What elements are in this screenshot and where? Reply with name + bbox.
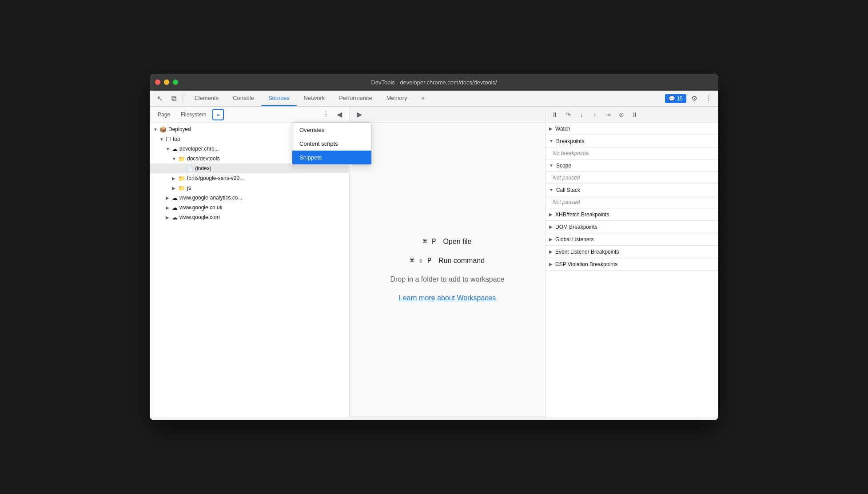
tab-performance[interactable]: Performance — [332, 91, 379, 106]
devtools-container: ↖ ⧉ Elements Console Sources Network Per… — [150, 91, 718, 420]
section-call-stack-header[interactable]: ▼ Call Stack — [545, 184, 718, 196]
folder-icon: 📁 — [178, 155, 185, 162]
frame-icon: ☐ — [166, 136, 171, 143]
step-over-button[interactable]: ↷ — [562, 109, 574, 120]
continue-button[interactable]: ⇥ — [602, 109, 614, 120]
section-watch-label: Watch — [555, 126, 570, 132]
section-arrow: ▶ — [549, 224, 553, 229]
run-command-label: Run command — [438, 257, 485, 265]
section-xhr-fetch-label: XHR/fetch Breakpoints — [555, 211, 609, 218]
tab-sources[interactable]: Sources — [261, 91, 297, 106]
open-file-label: Open file — [443, 238, 471, 246]
maximize-button[interactable] — [173, 80, 178, 85]
right-toolbar: ⏸ ↷ ↓ ↑ ⇥ ⊘ ⏸ — [545, 107, 718, 123]
folder-icon: 📁 — [178, 175, 185, 182]
window-title: DevTools - developer.chrome.com/docs/dev… — [371, 79, 497, 86]
section-breakpoints-content: No breakpoints — [545, 147, 718, 159]
section-breakpoints-label: Breakpoints — [556, 138, 584, 144]
sources-sub-toolbar: Page Filesystem » ⋮ ◀ Overrides Content … — [150, 107, 349, 123]
tree-item-fonts[interactable]: ▶ 📁 fonts/google-sans-v20... — [150, 173, 349, 183]
titlebar: DevTools - developer.chrome.com/docs/dev… — [150, 74, 718, 91]
tree-label: docs/devtools — [187, 155, 219, 162]
section-event-listener-label: Event Listener Breakpoints — [555, 249, 619, 255]
section-breakpoints-header[interactable]: ▼ Breakpoints — [545, 135, 718, 147]
issues-icon: 💬 — [669, 96, 675, 102]
more-options-button[interactable]: ⋮ — [320, 108, 332, 121]
sources-tab-filesystem[interactable]: Filesystem — [176, 110, 211, 120]
tree-arrow: ▶ — [166, 205, 172, 210]
pause-on-exceptions-button[interactable]: ⏸ — [629, 109, 641, 120]
tree-item-google-analytics[interactable]: ▶ ☁ www.google-analytics.co... — [150, 193, 349, 203]
section-csp-violations-header[interactable]: ▶ CSP Violation Breakpoints — [545, 258, 718, 271]
section-arrow: ▼ — [549, 139, 553, 143]
tree-label: Deployed — [168, 126, 191, 132]
tree-label: top — [173, 136, 180, 142]
minimize-button[interactable] — [164, 80, 169, 85]
expand-panel-button[interactable]: ▶ — [353, 108, 366, 121]
section-dom-breakpoints-header[interactable]: ▶ DOM Breakpoints — [545, 221, 718, 233]
sources-panel: Page Filesystem » ⋮ ◀ Overrides Content … — [150, 107, 350, 417]
tree-label: www.google.co.uk — [179, 204, 223, 211]
tree-label: fonts/google-sans-v20... — [187, 175, 244, 181]
top-toolbar: ↖ ⧉ Elements Console Sources Network Per… — [150, 91, 718, 107]
toolbar-left: ↖ ⧉ — [150, 91, 187, 106]
sources-more-tabs-button[interactable]: » — [212, 109, 224, 120]
tab-console[interactable]: Console — [226, 91, 261, 106]
domain-icon: ☁ — [172, 195, 178, 201]
section-arrow: ▼ — [549, 187, 553, 192]
tree-arrow: ▼ — [166, 147, 172, 151]
tab-network[interactable]: Network — [297, 91, 332, 106]
main-content: Page Filesystem » ⋮ ◀ Overrides Content … — [150, 107, 718, 417]
sources-tab-page[interactable]: Page — [153, 110, 175, 120]
section-global-listeners-label: Global Listeners — [555, 236, 594, 243]
step-out-button[interactable]: ↑ — [589, 109, 601, 120]
tab-memory[interactable]: Memory — [379, 91, 414, 106]
file-tree: ▼ 📦 Deployed ▼ ☐ top ▼ ☁ developer.chro.… — [150, 123, 349, 417]
workspace-hint: Drop in a folder to add to workspace — [390, 275, 504, 283]
run-command-keys: ⌘ ⇧ P — [410, 256, 431, 265]
tree-arrow: ▶ — [172, 186, 178, 191]
tree-item-google-co-uk[interactable]: ▶ ☁ www.google.co.uk — [150, 203, 349, 212]
inspect-element-button[interactable]: ↖ — [153, 92, 166, 105]
customize-button[interactable]: ⋮ — [702, 92, 715, 105]
menu-item-overrides[interactable]: Overrides — [292, 123, 371, 137]
tree-item-js[interactable]: ▶ 📁 js — [150, 183, 349, 193]
section-event-listener-header[interactable]: ▶ Event Listener Breakpoints — [545, 246, 718, 258]
issues-button[interactable]: 💬 15 — [665, 94, 686, 103]
section-scope-header[interactable]: ▼ Scope — [545, 159, 718, 172]
file-icon: 📄 — [186, 165, 193, 172]
tab-elements[interactable]: Elements — [187, 91, 226, 106]
menu-item-content-scripts[interactable]: Content scripts — [292, 137, 371, 151]
section-watch-header[interactable]: ▶ Watch — [545, 123, 718, 135]
right-sections: ▶ Watch ▼ Breakpoints No breakpoints ▼ S… — [545, 123, 718, 417]
domain-icon: ☁ — [172, 214, 178, 221]
domain-icon: ☁ — [172, 204, 178, 211]
close-button[interactable] — [155, 80, 160, 85]
section-scope-label: Scope — [556, 163, 571, 169]
resume-button[interactable]: ⏸ — [549, 109, 561, 120]
right-panel: ⏸ ↷ ↓ ↑ ⇥ ⊘ ⏸ ▶ Watch — [545, 107, 718, 417]
step-into-button[interactable]: ↓ — [576, 109, 587, 120]
workspace-link[interactable]: Learn more about Workspaces — [399, 294, 496, 302]
tab-more[interactable]: » — [414, 91, 432, 106]
menu-item-snippets[interactable]: Snippets — [292, 151, 371, 164]
settings-button[interactable]: ⚙ — [688, 92, 701, 105]
collapse-panel-button[interactable]: ◀ — [333, 108, 346, 121]
tree-item-index[interactable]: 📄 (index) — [150, 163, 349, 173]
tree-label: www.google.com — [179, 214, 220, 220]
tree-item-google-com[interactable]: ▶ ☁ www.google.com — [150, 212, 349, 222]
section-xhr-fetch-header[interactable]: ▶ XHR/fetch Breakpoints — [545, 208, 718, 221]
section-global-listeners-header[interactable]: ▶ Global Listeners — [545, 233, 718, 246]
open-file-keys: ⌘ P — [423, 237, 436, 246]
open-file-shortcut: ⌘ P Open file — [423, 237, 472, 246]
deactivate-button[interactable]: ⊘ — [616, 109, 627, 120]
tree-label: js — [187, 185, 191, 191]
section-arrow: ▼ — [549, 163, 553, 168]
run-command-shortcut: ⌘ ⇧ P Run command — [410, 256, 485, 265]
dropdown-menu: Overrides Content scripts Snippets — [292, 123, 372, 165]
tree-arrow: ▼ — [159, 137, 166, 142]
device-toolbar-button[interactable]: ⧉ — [167, 92, 180, 105]
section-arrow: ▶ — [549, 262, 553, 267]
traffic-lights — [155, 80, 178, 85]
section-dom-breakpoints-label: DOM Breakpoints — [555, 224, 597, 230]
